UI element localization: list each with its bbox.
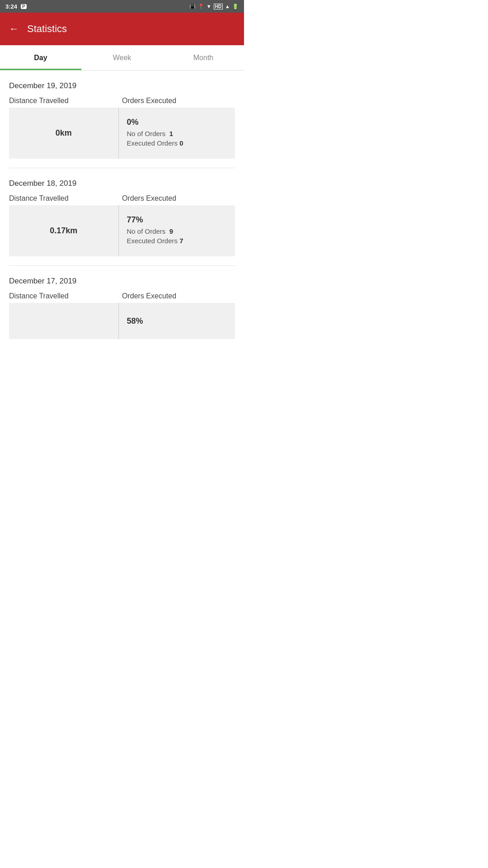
signal-icon: ▲: [225, 4, 230, 9]
orders-label-1: Orders Executed: [122, 97, 235, 105]
stats-row-2: 0.17km 77% No of Orders 9 Executed Order…: [9, 205, 235, 256]
status-bar: 3:24 P 📳 📍 ▼ HD ▲ 🔋: [0, 0, 244, 13]
label-row-2: Distance Travelled Orders Executed: [9, 194, 235, 203]
wifi-icon: ▼: [206, 4, 211, 9]
distance-value-2: 0.17km: [50, 226, 77, 236]
status-left: 3:24 P: [5, 3, 27, 10]
executed-orders-1: Executed Orders 0: [127, 139, 227, 147]
date-2: December 18, 2019: [9, 179, 235, 188]
date-1: December 19, 2019: [9, 81, 235, 90]
label-row-1: Distance Travelled Orders Executed: [9, 97, 235, 105]
statistics-content: December 19, 2019 Distance Travelled Ord…: [0, 71, 244, 344]
page-title: Statistics: [27, 23, 67, 35]
no-of-orders-1: No of Orders 1: [127, 130, 227, 137]
orders-percent-2: 77%: [127, 215, 227, 225]
status-time: 3:24: [5, 3, 17, 10]
tab-bar: Day Week Month: [0, 45, 244, 71]
date-3: December 17, 2019: [9, 277, 235, 286]
orders-col-2: 77% No of Orders 9 Executed Orders 7: [119, 205, 235, 256]
orders-percent-3: 58%: [127, 316, 143, 326]
no-of-orders-2: No of Orders 9: [127, 227, 227, 235]
parking-icon: P: [21, 4, 27, 9]
executed-orders-2: Executed Orders 7: [127, 237, 227, 245]
orders-col-1: 0% No of Orders 1 Executed Orders 0: [119, 108, 235, 159]
distance-label-2: Distance Travelled: [9, 194, 122, 203]
distance-label-1: Distance Travelled: [9, 97, 122, 105]
distance-label-3: Distance Travelled: [9, 292, 122, 300]
distance-col-3: [9, 303, 119, 339]
vibrate-icon: 📳: [189, 4, 196, 9]
distance-col-2: 0.17km: [9, 205, 119, 256]
stats-row-1: 0km 0% No of Orders 1 Executed Orders 0: [9, 108, 235, 159]
distance-col-1: 0km: [9, 108, 119, 159]
orders-label-3: Orders Executed: [122, 292, 235, 300]
orders-percent-1: 0%: [127, 118, 227, 127]
location-icon: 📍: [198, 4, 204, 9]
back-button[interactable]: ←: [9, 23, 19, 35]
tab-month[interactable]: Month: [163, 45, 244, 70]
day-section-2: December 18, 2019 Distance Travelled Ord…: [9, 168, 235, 262]
stats-row-3: 58%: [9, 303, 235, 339]
label-row-3: Distance Travelled Orders Executed: [9, 292, 235, 300]
day-section-1: December 19, 2019 Distance Travelled Ord…: [9, 71, 235, 164]
tab-day[interactable]: Day: [0, 45, 81, 70]
day-section-3: December 17, 2019 Distance Travelled Ord…: [9, 266, 235, 344]
tab-week[interactable]: Week: [81, 45, 163, 70]
distance-value-1: 0km: [56, 128, 72, 138]
battery-icon: 🔋: [232, 4, 239, 9]
app-bar: ← Statistics: [0, 13, 244, 45]
hd-badge: HD: [214, 4, 223, 9]
orders-col-3: 58%: [119, 303, 235, 339]
orders-label-2: Orders Executed: [122, 194, 235, 203]
status-right: 📳 📍 ▼ HD ▲ 🔋: [189, 4, 239, 9]
